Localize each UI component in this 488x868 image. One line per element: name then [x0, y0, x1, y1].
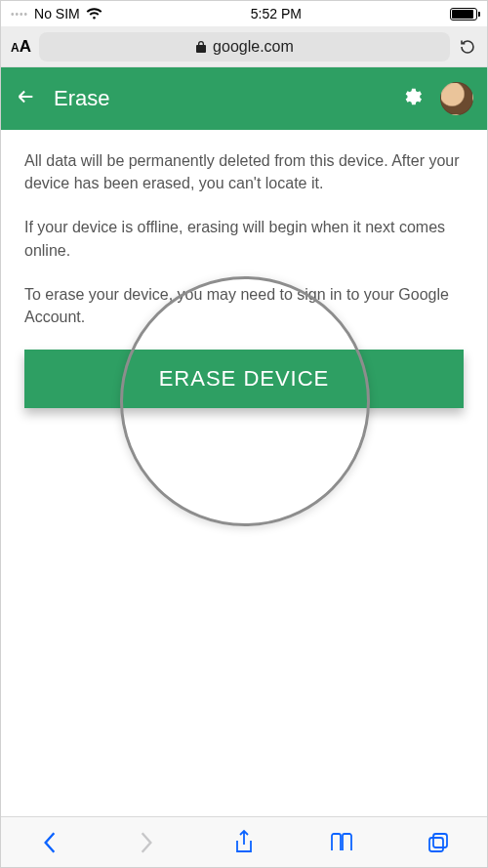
warning-text-2: If your device is offline, erasing will … — [24, 216, 464, 261]
page-content: All data will be permanently deleted fro… — [1, 130, 487, 816]
lock-icon — [195, 40, 207, 54]
gear-icon[interactable] — [401, 86, 423, 111]
wifi-icon — [86, 8, 102, 21]
browser-toolbar — [1, 816, 487, 867]
text-size-button[interactable]: AA — [11, 37, 31, 57]
carrier-label: No SIM — [34, 6, 80, 21]
clock-label: 5:52 PM — [251, 6, 302, 21]
erase-device-button[interactable]: ERASE DEVICE — [24, 350, 464, 408]
reload-button[interactable] — [458, 37, 477, 57]
share-button[interactable] — [224, 823, 264, 862]
nav-back-button[interactable] — [30, 823, 69, 862]
bookmarks-button[interactable] — [322, 823, 361, 862]
warning-text-1: All data will be permanently deleted fro… — [24, 149, 464, 194]
browser-url-bar: AA google.com — [1, 26, 487, 67]
back-button[interactable] — [15, 86, 36, 111]
tabs-button[interactable] — [419, 823, 458, 862]
page-title: Erase — [54, 86, 384, 111]
nav-forward-button[interactable] — [127, 823, 166, 862]
svg-rect-0 — [429, 838, 443, 851]
battery-icon — [450, 8, 477, 21]
svg-rect-1 — [433, 834, 447, 847]
address-field[interactable]: google.com — [39, 32, 450, 62]
warning-text-3: To erase your device, you may need to si… — [24, 283, 464, 328]
page-header: Erase — [1, 67, 487, 130]
signal-dots: •••• — [11, 9, 28, 20]
avatar[interactable] — [440, 82, 473, 115]
status-bar: •••• No SIM 5:52 PM — [1, 1, 487, 26]
address-domain: google.com — [213, 38, 294, 56]
